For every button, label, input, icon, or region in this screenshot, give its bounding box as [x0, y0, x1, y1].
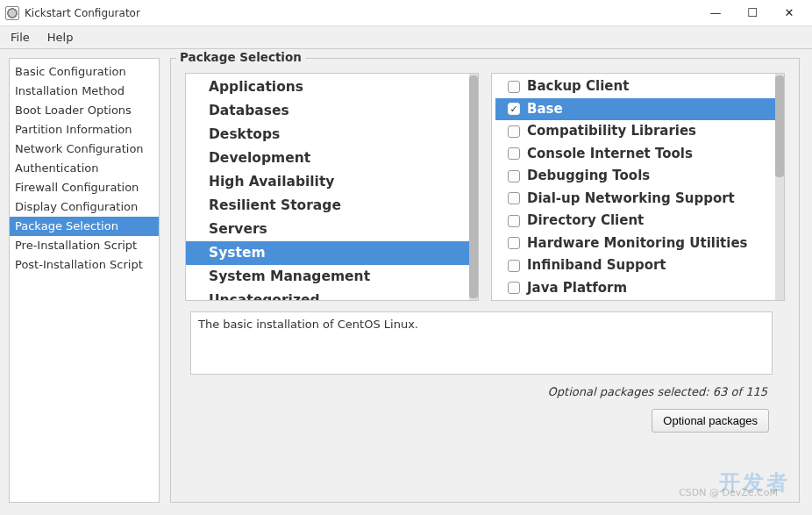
sidebar-item[interactable]: Basic Configuration [10, 62, 159, 82]
package-scrollbar[interactable] [775, 74, 784, 300]
package-item[interactable]: Hardware Monitoring Utilities [495, 232, 775, 255]
optional-status: Optional packages selected: 63 of 115 [185, 385, 785, 398]
package-item[interactable]: Directory Client [495, 210, 775, 232]
checkbox-icon[interactable] [508, 81, 520, 93]
category-item[interactable]: Databases [202, 99, 469, 123]
window-controls: — ☐ ✕ [698, 2, 807, 25]
category-item[interactable]: Resilient Storage [202, 194, 469, 218]
category-item[interactable]: Desktops [202, 123, 469, 147]
package-label: Compatibility Libraries [527, 121, 696, 142]
sidebar-nav: Basic ConfigurationInstallation MethodBo… [9, 58, 160, 503]
scrollbar-thumb[interactable] [469, 75, 478, 298]
panel-legend: Package Selection [176, 50, 305, 64]
package-item[interactable]: Backup Client [495, 75, 775, 98]
sidebar-item[interactable]: Authentication [10, 159, 159, 178]
sidebar-item[interactable]: Firewall Configuration [10, 178, 159, 197]
main-panel: Package Selection ApplicationsDatabasesD… [170, 58, 800, 503]
category-item[interactable]: High Availability [202, 170, 469, 194]
lists-row: ApplicationsDatabasesDesktopsDevelopment… [185, 73, 785, 301]
content-area: Basic ConfigurationInstallation MethodBo… [0, 49, 812, 515]
checkbox-icon[interactable] [508, 170, 520, 182]
scrollbar-thumb[interactable] [775, 75, 784, 177]
button-row: Optional packages [185, 409, 785, 433]
close-button[interactable]: ✕ [772, 2, 807, 25]
package-label: Java Platform [527, 278, 627, 299]
category-listbox: ApplicationsDatabasesDesktopsDevelopment… [185, 73, 479, 301]
checkbox-icon[interactable] [508, 215, 520, 227]
sidebar-item[interactable]: Display Configuration [10, 197, 159, 217]
package-label: Console Internet Tools [527, 144, 693, 165]
package-label: Infiniband Support [527, 255, 666, 276]
package-selection-panel: Package Selection ApplicationsDatabasesD… [170, 58, 800, 503]
category-item[interactable]: Servers [202, 218, 469, 241]
watermark-text: 开发者 [719, 469, 790, 497]
sidebar-item[interactable]: Package Selection [10, 217, 159, 236]
sidebar-item[interactable]: Installation Method [10, 82, 159, 101]
category-item[interactable]: Development [202, 147, 469, 170]
category-item[interactable]: System [186, 241, 469, 265]
category-item[interactable]: System Management [202, 265, 469, 289]
app-window: Kickstart Configurator — ☐ ✕ File Help B… [0, 0, 812, 515]
checkbox-icon[interactable] [508, 192, 520, 204]
watermark-sub: CSDN @ DevZe.CoM [679, 487, 778, 498]
checkbox-icon[interactable] [508, 260, 520, 272]
maximize-button[interactable]: ☐ [735, 2, 770, 25]
package-item[interactable]: Debugging Tools [495, 165, 775, 188]
sidebar-item[interactable]: Network Configuration [10, 139, 159, 159]
sidebar-item[interactable]: Boot Loader Options [10, 101, 159, 120]
sidebar-item[interactable]: Partition Information [10, 120, 159, 139]
checkbox-icon[interactable] [508, 282, 520, 294]
checkbox-icon[interactable]: ✓ [508, 103, 520, 115]
minimize-button[interactable]: — [698, 2, 733, 25]
package-label: Base [527, 99, 563, 120]
checkbox-icon[interactable] [508, 125, 520, 138]
package-label: Debugging Tools [527, 166, 650, 187]
sidebar-item[interactable]: Post-Installation Script [10, 255, 159, 275]
category-item[interactable]: Uncategorized [202, 289, 469, 300]
checkbox-icon[interactable] [508, 147, 520, 160]
package-list-inner: Backup Client✓BaseCompatibility Librarie… [492, 74, 775, 300]
package-label: Directory Client [527, 211, 644, 232]
package-label: Backup Client [527, 76, 629, 97]
sidebar-item[interactable]: Pre-Installation Script [10, 236, 159, 255]
package-label: Hardware Monitoring Utilities [527, 233, 747, 254]
window-title: Kickstart Configurator [25, 7, 698, 19]
checkbox-icon[interactable] [508, 237, 520, 249]
package-item[interactable]: Compatibility Libraries [495, 120, 775, 143]
category-item[interactable]: Applications [202, 75, 469, 99]
menu-file[interactable]: File [9, 29, 32, 46]
package-description: The basic installation of CentOS Linux. [190, 311, 773, 375]
package-item[interactable]: Console Internet Tools [495, 143, 775, 166]
category-list-inner: ApplicationsDatabasesDesktopsDevelopment… [186, 74, 469, 300]
titlebar: Kickstart Configurator — ☐ ✕ [0, 0, 812, 26]
package-item[interactable]: Dial-up Networking Support [495, 188, 775, 211]
app-icon [5, 6, 19, 20]
optional-packages-button[interactable]: Optional packages [652, 409, 769, 433]
package-label: Dial-up Networking Support [527, 189, 735, 210]
package-listbox: Backup Client✓BaseCompatibility Librarie… [491, 73, 785, 301]
category-scrollbar[interactable] [469, 74, 478, 300]
package-item[interactable]: Infiniband Support [495, 254, 775, 277]
package-item[interactable]: ✓Base [495, 98, 775, 121]
menu-help[interactable]: Help [46, 29, 75, 46]
package-item[interactable]: Java Platform [495, 277, 775, 300]
menubar: File Help [0, 26, 812, 49]
